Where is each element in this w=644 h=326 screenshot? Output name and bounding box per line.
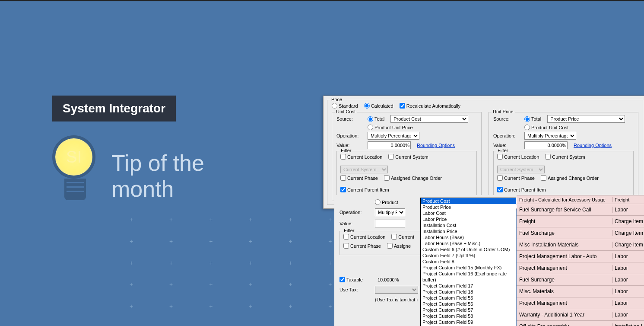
value-input-price[interactable] <box>524 141 568 149</box>
charge-items-table: Freight - Calculated for Accessory Usage… <box>517 195 644 326</box>
table-row[interactable]: Fuel Surcharge for Service CallLabor <box>517 204 644 216</box>
rounding-link-cost[interactable]: Rounding Options <box>417 143 455 148</box>
tip-of-month-heading: Tip of the month <box>111 150 204 202</box>
table-cell-name: Freight <box>517 218 612 224</box>
unit-price-group: Unit Price Source: Total Product Price P… <box>489 112 638 201</box>
dropdown-option[interactable]: Project Custom Field 59 <box>421 319 516 325</box>
lightbulb-icon: SI <box>52 135 98 217</box>
value-input-cost[interactable] <box>368 141 411 149</box>
source-dropdown-open[interactable]: Product CostProduct PriceLabor CostLabor… <box>420 198 516 326</box>
dropdown-option[interactable]: Labor Hours (Base) <box>421 234 516 240</box>
value-input-lower[interactable] <box>375 220 405 227</box>
dropdown-option[interactable]: Project Custom Field 57 <box>421 307 516 313</box>
operation-select-lower[interactable]: Multiply Per <box>375 208 405 216</box>
table-cell-type: Labor <box>612 265 644 271</box>
use-tax-hint: (Use Tax is tax that i <box>375 297 418 302</box>
check-assigne-lower[interactable]: Assigne <box>387 243 411 249</box>
check-current-lower[interactable]: Current <box>391 234 414 240</box>
dropdown-option[interactable]: Product Cost <box>421 198 516 204</box>
radio-calculated[interactable]: Calculated <box>364 103 393 109</box>
dropdown-option[interactable]: Project Custom Field 55 <box>421 295 516 301</box>
operation-select-price[interactable]: Multiply Percentage <box>524 132 576 140</box>
check-curphase-lower[interactable]: Current Phase <box>343 243 381 249</box>
operation-label-2: Operation: <box>493 133 518 138</box>
table-row[interactable]: Project ManagementLabor <box>517 262 644 274</box>
table-row[interactable]: FreightCharge Item <box>517 216 644 227</box>
use-tax-label: Use Tax: <box>339 287 369 292</box>
unit-price-label: Unit Price <box>492 109 515 114</box>
radio-total-cost-label: Total <box>374 116 384 121</box>
rounding-link-price[interactable]: Rounding Options <box>574 143 612 148</box>
check-current-parent-item[interactable]: Current Parent Item <box>340 187 389 192</box>
table-cell-name: Off-site Pre-assembly <box>517 323 612 326</box>
check-recalculate-label: Recalculate Automatically <box>406 103 460 109</box>
radio-total-price[interactable]: Total <box>524 116 541 122</box>
check-current-system[interactable]: Current System <box>388 154 428 160</box>
table-cell-type: Labor <box>612 207 644 213</box>
dropdown-option[interactable]: Labor Hours (Base + Misc.) <box>421 240 516 246</box>
table-row[interactable]: Freight - Calculated for Accessory Usage… <box>517 195 644 204</box>
table-cell-name: Warranty - Additionial 1 Year <box>517 312 612 318</box>
check-assigned-change-order-2[interactable]: Assigned Change Order <box>541 175 599 181</box>
check-current-phase-2[interactable]: Current Phase <box>497 175 535 181</box>
check-assigned-change-order[interactable]: Assigned Change Order <box>384 175 442 181</box>
check-recalculate[interactable]: Recalculate Automatically <box>400 103 460 109</box>
table-cell-name: Misc. Materials <box>517 288 612 294</box>
source-select-cost[interactable]: Product Cost <box>390 115 468 123</box>
radio-product-lower[interactable]: Product <box>375 199 398 205</box>
table-cell-type: Charge Item <box>612 230 644 236</box>
operation-select-cost[interactable]: Multiply Percentage <box>368 132 419 140</box>
filter-box-lower: Filter Current Location Current Current … <box>339 231 426 255</box>
dropdown-option[interactable]: Installation Cost <box>421 222 516 228</box>
dropdown-option[interactable]: Product Price <box>421 204 516 210</box>
tax-percent: 10.0000% <box>378 277 399 282</box>
check-current-parent-item-2[interactable]: Current Parent Item <box>497 187 546 192</box>
check-current-location[interactable]: Current Location <box>340 154 382 160</box>
table-row[interactable]: Fuel SurchargeLabor <box>517 274 644 286</box>
table-cell-type: Charge Item <box>612 242 644 248</box>
check-current-system-2[interactable]: Current System <box>545 154 585 160</box>
current-system-select: Current System <box>340 166 388 173</box>
value-label: Value: <box>336 143 362 148</box>
dropdown-option[interactable]: Project Custom Field 16 (Exchange rate b… <box>421 271 516 283</box>
dropdown-option[interactable]: Project Custom Field 56 <box>421 301 516 307</box>
source-select-price[interactable]: Product Price <box>547 115 625 123</box>
unit-cost-label: Unit Cost <box>335 109 357 114</box>
operation-label-lower: Operation: <box>339 210 369 215</box>
dropdown-option[interactable]: Labor Cost <box>421 210 516 216</box>
radio-total-cost[interactable]: Total <box>368 116 384 122</box>
table-row[interactable]: Misc Installation MaterialsCharge Item <box>517 239 644 251</box>
check-curloc-lower[interactable]: Current Location <box>343 234 385 240</box>
table-row[interactable]: Warranty - Additionial 1 YearLabor <box>517 309 644 321</box>
radio-product-unit-price[interactable]: Product Unit Price <box>368 125 413 130</box>
check-taxable[interactable]: Taxable <box>339 277 363 282</box>
dropdown-option[interactable]: Custom Field 8 <box>421 259 516 265</box>
table-row[interactable]: Project Management Labor - AutoLabor <box>517 251 644 262</box>
radio-product-unit-cost[interactable]: Product Unit Cost <box>524 125 568 130</box>
filter-box-price: Filter Current Location Current System C… <box>493 151 634 197</box>
value-label-2: Value: <box>493 143 518 148</box>
table-row[interactable]: Fuel SurchargeCharge Item <box>517 227 644 239</box>
table-cell-type: Freight <box>612 197 644 202</box>
check-current-phase[interactable]: Current Phase <box>340 175 378 181</box>
title-badge: System Integrator <box>52 96 176 121</box>
dropdown-option[interactable]: Project Custom Field 17 <box>421 283 516 289</box>
dropdown-option[interactable]: Custom Field 6 (# of Units in Order UOM) <box>421 246 516 252</box>
table-cell-type: Labor <box>612 312 644 318</box>
table-cell-name: Fuel Surcharge <box>517 230 612 236</box>
table-cell-type: Labor <box>612 253 644 259</box>
dropdown-option[interactable]: Project Custom Field 58 <box>421 313 516 319</box>
table-row[interactable]: Off-site Pre-assemblyInstallation L <box>517 321 644 326</box>
table-row[interactable]: Project ManagementLabor <box>517 297 644 309</box>
dropdown-option[interactable]: Custom Field 7 (Uplift %) <box>421 252 516 259</box>
bulb-text: SI <box>66 148 82 166</box>
dropdown-option[interactable]: Installation Price <box>421 228 516 234</box>
table-row[interactable]: Misc. MaterialsLabor <box>517 286 644 297</box>
check-current-location-2[interactable]: Current Location <box>497 154 539 160</box>
dropdown-option[interactable]: Labor Price <box>421 216 516 222</box>
use-tax-select[interactable] <box>375 286 418 294</box>
radio-standard[interactable]: Standard <box>332 103 358 109</box>
dropdown-option[interactable]: Project Custom Field 18 <box>421 289 516 295</box>
dropdown-option[interactable]: Project Custom Field 15 (Monthly FX) <box>421 265 516 271</box>
radio-pup-label: Product Unit Price <box>374 125 413 130</box>
